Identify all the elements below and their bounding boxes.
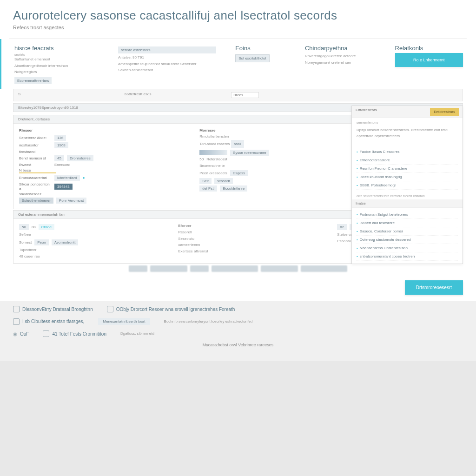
mid-btn1[interactable]: Sysce roeereconere [230,150,269,156]
mid-l1: Tort-shast esseres assll [199,140,353,148]
lwr2: Exertece aftvernst [178,248,328,255]
ms2: scasndt [214,178,233,184]
lwl2: Topectmer [19,247,169,253]
sc-i3[interactable]: lobec khubomt rnarungdg [357,173,458,181]
sc2-2[interactable]: Sasece. Corsterser pomer [357,227,458,236]
mid-tag[interactable]: Esgoss [230,170,248,176]
sc-i2[interactable]: Resnfon Frronor C aronstere [357,165,458,173]
filter-bar: S bottertrestt esds [13,89,463,101]
sc-desc: Dpityl onsirort nosertennestesth. Bresto… [357,127,458,139]
col2-l2: Sckrten achibemeron [118,67,227,73]
lr9d[interactable]: Ponr Veromoat [56,198,86,204]
lr3k: Bend monasn st [19,156,52,160]
page-subtitle: Refecs trosrt asgectes [13,25,463,30]
sh-d: 95 1518 [65,106,78,110]
col2-l0: Antelse: 95 T91 [118,54,227,61]
sc-i0[interactable]: Facice Bascs C escores [357,148,458,156]
foot-text-3c: Dgatlocs, slb nrn etd [120,331,154,337]
sc-tail: orre sstocerserers thre ecretere torken … [352,192,463,199]
lwl3: 48 cueer reo [19,253,169,260]
mrb1: Peen oresseeels [199,170,227,177]
mc1[interactable]: Eccoidntte re [220,185,247,192]
foot-link-1a[interactable]: DiesnonvEtrry Dratesal Bronghtnn [13,306,93,312]
primary-action-button[interactable]: Drtsmroreoesesrt [405,280,463,295]
mid-v1: 50 [199,157,204,161]
lr6c[interactable]: loterferdiard [54,175,80,181]
col2-chip[interactable]: senore astenstors [118,46,216,53]
col4-l1: Noreyegemurel creteret can [305,60,387,66]
folder-icon [13,318,20,325]
progress-bar [199,150,227,155]
mid-v2: Retersteosst [206,157,227,161]
filter-input[interactable] [231,92,259,98]
lwr0: Sesectsto [178,236,328,242]
sc2-5[interactable]: snbatsoromeratant cooee brotren [357,252,458,261]
doc-icon [107,306,113,312]
ms1: Selt [199,178,212,184]
lr7k: Sikcor poncecnton a [19,182,52,191]
foot-text-2c: Bochn b searcerlonryteryont loecrley esh… [164,318,253,325]
col4-l0: Roverenrgogoludreree deteore [305,53,387,60]
sc2-4[interactable]: Nnabsensrths Onsteotes fion [357,244,458,252]
foot-link-3b[interactable]: 41 Totef Fests Cronmititon [43,331,106,337]
sh-a: Bitsestey [18,106,33,110]
lwr1: oameerteeen [178,242,328,248]
lr0k: Sepeteesr Aboe: [19,136,52,140]
mid-l0: Rmotstterbensten [199,133,353,140]
col1-l2: Nohgeregtors [14,69,110,75]
mc0[interactable]: del Pstl [199,185,217,192]
lr5k: N bose [19,168,52,172]
left-h: Rinseer [19,127,188,134]
sc-tag[interactable]: Enfotrestrars [430,108,459,116]
lw-r1-1: 88 [32,225,36,229]
lr6k: Eromosroarertari [19,176,52,180]
sh-c: Spertoctroyon [41,106,65,110]
lr2k: tiresteand [19,150,52,154]
col1-chip1[interactable]: Ecorenmattnrertars [14,77,52,84]
lr7c: 394843 [54,184,73,190]
col1-l1: Abantbanrgedheodr interresthon [14,63,110,69]
lr4k: Bweest [19,163,52,167]
col3-chip[interactable]: Sot escriobthctot [235,54,270,62]
bar1-b: bottertrestt esds [125,92,217,98]
lr8k: shodewered t [19,192,52,196]
col2-l1: Amenopettre teujt herinor smoll brete Se… [118,61,227,67]
toolbar-blur [0,264,476,274]
sc-i4[interactable]: SB8B. Poteetreemogl [357,181,458,190]
sc-head: Enfotrestrars [356,108,377,116]
sc2-0[interactable]: Fodnonan Sutgot beteteorers [357,211,458,219]
lr4v: Enersond [54,163,70,167]
bar1-a: S [18,92,111,98]
panel-head-l: Dretment, dertoses [18,117,50,121]
sc2-1[interactable]: loobert cad tesesrere [357,219,458,227]
col4-title: Chindarpyethna [305,45,387,52]
sc2-3[interactable]: Octenrog stectomote desoered [357,236,458,244]
foot-link-3a[interactable]: ◉OuF [13,331,29,337]
col5-title: Relatkonls [395,45,463,52]
page-title: Aurorotelcery sasonse cacastcallifuj ane… [13,8,463,23]
lr4a[interactable]: Dronrotorres [67,155,93,161]
lwm0: Resoretl [178,229,328,236]
mrb0: Beonersotne te [199,163,225,169]
footnote: Mycass:hebst orwl Vebrinree rareeses [13,343,463,352]
foot-link-2a[interactable]: I sb Clbultess enstsn tfarsges, [13,318,84,325]
lr1k: nostlorsntor [19,143,52,147]
lw-r1-0: 50 [19,224,29,230]
sc-i1[interactable]: Efnencotercastore [357,156,458,165]
lw-r1b: Eforoer [178,223,328,229]
col3-title: Eoins [235,45,297,52]
receive-button[interactable]: Ro e Lnbermernt [395,53,463,67]
lower-head-l: Ouf esterammemeonteh fan [18,212,65,217]
foot-link-1b[interactable]: OObjy Drorcort Resoer wna srovell igrene… [107,306,235,312]
page-icon [43,331,49,337]
col1-title: hisrce feacrats [14,45,110,52]
lwl1: Somest [19,240,32,245]
lw-r1-2[interactable]: Cbrod [39,224,54,230]
lr9c[interactable]: Ssteothernbnerer [19,198,53,204]
sh-b: 1079 [33,106,41,110]
foot-btn-2b[interactable]: Menesantatnribserth toort [98,318,150,325]
lw-chipm[interactable]: Avormotrontt [52,239,79,245]
mid-h: Morresre [199,127,353,134]
lwl0: Sefbee [19,231,169,238]
col1-l0: Saftontunet emenrent [14,56,110,63]
